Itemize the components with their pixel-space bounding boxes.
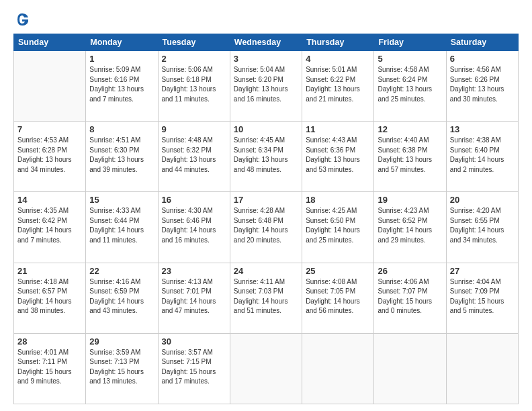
cell-info: Sunrise: 4:28 AMSunset: 6:48 PMDaylight:…	[234, 206, 298, 245]
calendar-cell	[230, 333, 302, 404]
calendar-cell: 8Sunrise: 4:51 AMSunset: 6:30 PMDaylight…	[86, 122, 158, 192]
cell-day-number: 21	[17, 266, 82, 276]
calendar-table: SundayMondayTuesdayWednesdayThursdayFrid…	[13, 34, 519, 404]
calendar-cell: 25Sunrise: 4:08 AMSunset: 7:05 PMDayligh…	[302, 263, 374, 333]
week-row-2: 7Sunrise: 4:53 AMSunset: 6:28 PMDaylight…	[14, 122, 519, 192]
cell-info: Sunrise: 5:04 AMSunset: 6:20 PMDaylight:…	[234, 65, 298, 104]
cell-day-number: 5	[378, 54, 442, 64]
calendar-cell: 24Sunrise: 4:11 AMSunset: 7:03 PMDayligh…	[230, 263, 302, 333]
cell-day-number: 23	[162, 266, 226, 276]
col-header-tuesday: Tuesday	[158, 34, 230, 51]
calendar-cell: 30Sunrise: 3:57 AMSunset: 7:15 PMDayligh…	[158, 333, 230, 404]
cell-day-number: 19	[378, 195, 442, 205]
calendar-cell: 12Sunrise: 4:40 AMSunset: 6:38 PMDayligh…	[374, 122, 446, 192]
col-header-friday: Friday	[374, 34, 446, 51]
calendar-cell: 15Sunrise: 4:33 AMSunset: 6:44 PMDayligh…	[86, 192, 158, 263]
calendar-cell: 7Sunrise: 4:53 AMSunset: 6:28 PMDaylight…	[14, 122, 86, 192]
cell-day-number: 11	[306, 124, 370, 134]
cell-info: Sunrise: 4:23 AMSunset: 6:52 PMDaylight:…	[378, 206, 442, 245]
cell-day-number: 26	[378, 266, 442, 276]
calendar-cell: 20Sunrise: 4:20 AMSunset: 6:55 PMDayligh…	[446, 192, 518, 263]
cell-info: Sunrise: 4:30 AMSunset: 6:46 PMDaylight:…	[162, 206, 226, 245]
cell-day-number: 15	[89, 195, 154, 205]
calendar-cell: 1Sunrise: 5:09 AMSunset: 6:16 PMDaylight…	[86, 51, 158, 122]
cell-info: Sunrise: 4:43 AMSunset: 6:36 PMDaylight:…	[306, 136, 370, 175]
cell-day-number: 8	[89, 124, 154, 134]
calendar-cell: 19Sunrise: 4:23 AMSunset: 6:52 PMDayligh…	[374, 192, 446, 263]
cell-day-number: 6	[450, 54, 515, 64]
week-row-1: 1Sunrise: 5:09 AMSunset: 6:16 PMDaylight…	[14, 51, 519, 122]
cell-day-number: 14	[17, 195, 82, 205]
calendar-cell: 5Sunrise: 4:58 AMSunset: 6:24 PMDaylight…	[374, 51, 446, 122]
cell-day-number: 20	[450, 195, 515, 205]
header	[13, 12, 519, 27]
week-row-3: 14Sunrise: 4:35 AMSunset: 6:42 PMDayligh…	[14, 192, 519, 263]
cell-info: Sunrise: 4:20 AMSunset: 6:55 PMDaylight:…	[450, 206, 515, 245]
cell-day-number: 27	[450, 266, 515, 276]
col-header-saturday: Saturday	[446, 34, 518, 51]
calendar-header-row: SundayMondayTuesdayWednesdayThursdayFrid…	[14, 34, 519, 51]
calendar-cell: 23Sunrise: 4:13 AMSunset: 7:01 PMDayligh…	[158, 263, 230, 333]
col-header-sunday: Sunday	[14, 34, 86, 51]
cell-info: Sunrise: 4:48 AMSunset: 6:32 PMDaylight:…	[162, 136, 226, 175]
col-header-thursday: Thursday	[302, 34, 374, 51]
cell-info: Sunrise: 4:40 AMSunset: 6:38 PMDaylight:…	[378, 136, 442, 175]
calendar-cell: 10Sunrise: 4:45 AMSunset: 6:34 PMDayligh…	[230, 122, 302, 192]
cell-info: Sunrise: 4:08 AMSunset: 7:05 PMDaylight:…	[306, 277, 370, 316]
cell-info: Sunrise: 4:13 AMSunset: 7:01 PMDaylight:…	[162, 277, 226, 316]
cell-day-number: 4	[306, 54, 370, 64]
calendar-cell: 6Sunrise: 4:56 AMSunset: 6:26 PMDaylight…	[446, 51, 518, 122]
calendar-cell: 17Sunrise: 4:28 AMSunset: 6:48 PMDayligh…	[230, 192, 302, 263]
cell-day-number: 30	[162, 336, 226, 347]
cell-day-number: 25	[306, 266, 370, 276]
calendar-cell: 22Sunrise: 4:16 AMSunset: 6:59 PMDayligh…	[86, 263, 158, 333]
calendar-cell: 2Sunrise: 5:06 AMSunset: 6:18 PMDaylight…	[158, 51, 230, 122]
calendar-cell: 13Sunrise: 4:38 AMSunset: 6:40 PMDayligh…	[446, 122, 518, 192]
calendar-cell: 16Sunrise: 4:30 AMSunset: 6:46 PMDayligh…	[158, 192, 230, 263]
cell-day-number: 10	[234, 124, 298, 134]
calendar-cell: 4Sunrise: 5:01 AMSunset: 6:22 PMDaylight…	[302, 51, 374, 122]
cell-info: Sunrise: 3:59 AMSunset: 7:13 PMDaylight:…	[89, 348, 154, 387]
cell-info: Sunrise: 5:01 AMSunset: 6:22 PMDaylight:…	[306, 65, 370, 104]
cell-info: Sunrise: 4:35 AMSunset: 6:42 PMDaylight:…	[17, 206, 82, 245]
cell-info: Sunrise: 4:56 AMSunset: 6:26 PMDaylight:…	[450, 65, 515, 104]
cell-info: Sunrise: 4:33 AMSunset: 6:44 PMDaylight:…	[89, 206, 154, 245]
cell-info: Sunrise: 4:04 AMSunset: 7:09 PMDaylight:…	[450, 277, 515, 316]
cell-day-number: 3	[234, 54, 298, 64]
cell-day-number: 22	[89, 266, 154, 276]
cell-info: Sunrise: 4:16 AMSunset: 6:59 PMDaylight:…	[89, 277, 154, 316]
cell-day-number: 7	[17, 124, 82, 134]
calendar-cell: 18Sunrise: 4:25 AMSunset: 6:50 PMDayligh…	[302, 192, 374, 263]
cell-info: Sunrise: 4:18 AMSunset: 6:57 PMDaylight:…	[17, 277, 82, 316]
cell-info: Sunrise: 3:57 AMSunset: 7:15 PMDaylight:…	[162, 348, 226, 387]
cell-day-number: 16	[162, 195, 226, 205]
calendar-cell: 29Sunrise: 3:59 AMSunset: 7:13 PMDayligh…	[86, 333, 158, 404]
col-header-wednesday: Wednesday	[230, 34, 302, 51]
col-header-monday: Monday	[86, 34, 158, 51]
cell-info: Sunrise: 4:25 AMSunset: 6:50 PMDaylight:…	[306, 206, 370, 245]
calendar-cell: 27Sunrise: 4:04 AMSunset: 7:09 PMDayligh…	[446, 263, 518, 333]
page: SundayMondayTuesdayWednesdayThursdayFrid…	[0, 0, 532, 411]
cell-info: Sunrise: 4:06 AMSunset: 7:07 PMDaylight:…	[378, 277, 442, 316]
cell-info: Sunrise: 4:11 AMSunset: 7:03 PMDaylight:…	[234, 277, 298, 316]
cell-info: Sunrise: 4:58 AMSunset: 6:24 PMDaylight:…	[378, 65, 442, 104]
cell-info: Sunrise: 5:09 AMSunset: 6:16 PMDaylight:…	[89, 65, 154, 104]
calendar-cell: 14Sunrise: 4:35 AMSunset: 6:42 PMDayligh…	[14, 192, 86, 263]
cell-day-number: 2	[162, 54, 226, 64]
calendar-cell: 26Sunrise: 4:06 AMSunset: 7:07 PMDayligh…	[374, 263, 446, 333]
cell-day-number: 9	[162, 124, 226, 134]
cell-day-number: 1	[89, 54, 154, 64]
calendar-cell: 9Sunrise: 4:48 AMSunset: 6:32 PMDaylight…	[158, 122, 230, 192]
cell-info: Sunrise: 5:06 AMSunset: 6:18 PMDaylight:…	[162, 65, 226, 104]
calendar-cell: 3Sunrise: 5:04 AMSunset: 6:20 PMDaylight…	[230, 51, 302, 122]
cell-info: Sunrise: 4:01 AMSunset: 7:11 PMDaylight:…	[17, 348, 82, 387]
cell-day-number: 17	[234, 195, 298, 205]
calendar-cell	[446, 333, 518, 404]
cell-day-number: 29	[89, 336, 154, 347]
cell-info: Sunrise: 4:45 AMSunset: 6:34 PMDaylight:…	[234, 136, 298, 175]
cell-day-number: 13	[450, 124, 515, 134]
week-row-4: 21Sunrise: 4:18 AMSunset: 6:57 PMDayligh…	[14, 263, 519, 333]
cell-day-number: 18	[306, 195, 370, 205]
calendar-cell	[302, 333, 374, 404]
cell-info: Sunrise: 4:38 AMSunset: 6:40 PMDaylight:…	[450, 136, 515, 175]
